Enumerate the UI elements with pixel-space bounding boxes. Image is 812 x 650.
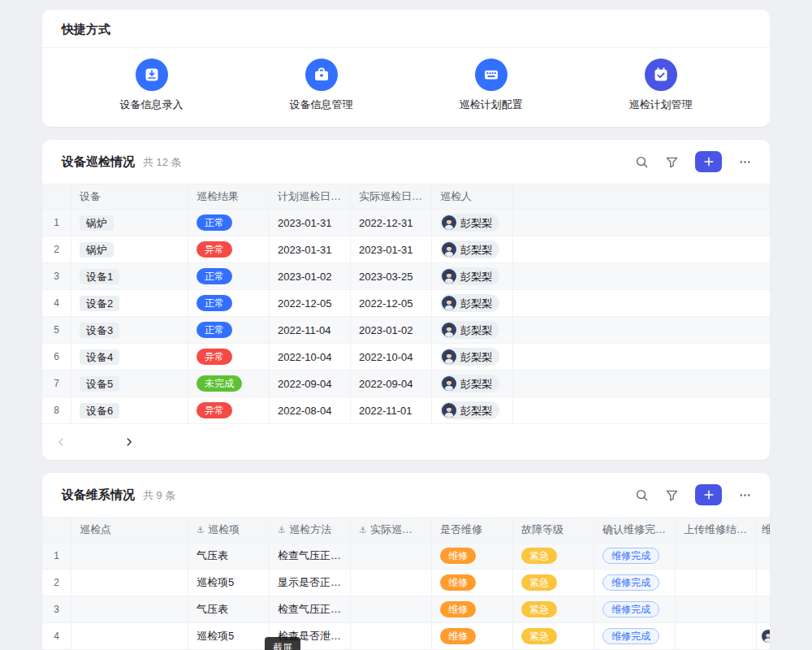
actual-date: 2022-11-01 bbox=[351, 397, 432, 423]
upload-cell bbox=[676, 570, 757, 596]
table-row[interactable]: 3 气压表 检查气压正… 维修 紧急 维修完成 bbox=[42, 596, 770, 623]
table-row[interactable]: 4 设备2 正常 2022-12-05 2022-12-05 bbox=[42, 290, 770, 317]
table-row[interactable]: 7 设备5 未完成 2022-09-04 2022-09-04 bbox=[42, 370, 770, 397]
column-header-result[interactable]: 巡检结果 bbox=[188, 184, 270, 209]
table-row[interactable]: 6 设备4 异常 2022-10-04 2022-10-04 bbox=[42, 344, 770, 370]
column-header-upload[interactable]: ⚓上传维修结… bbox=[676, 518, 757, 542]
inspection-card-header: 设备巡检情况共 12 条 bbox=[42, 140, 770, 184]
inspection-record-count: 共 12 条 bbox=[143, 156, 182, 168]
actual-cell bbox=[351, 570, 432, 596]
confirm-badge: 维修完成 bbox=[603, 574, 659, 591]
filter-icon[interactable] bbox=[665, 155, 679, 169]
avatar bbox=[442, 349, 456, 364]
column-header-device[interactable]: 设备 bbox=[71, 184, 188, 209]
planned-date: 2023-01-02 bbox=[270, 263, 351, 289]
column-header-item[interactable]: ⚓巡检项 bbox=[188, 518, 270, 542]
planned-date: 2023-01-31 bbox=[270, 210, 351, 236]
repair-badge: 维修 bbox=[440, 628, 476, 644]
inspector-chip: 彭梨梨 bbox=[440, 240, 499, 258]
column-header-inspector[interactable]: 巡检人 bbox=[432, 184, 513, 209]
row-number: 4 bbox=[42, 290, 71, 316]
actual-date: 2022-10-04 bbox=[351, 344, 432, 370]
maintenance-card-header: 设备维系情况共 9 条 bbox=[42, 473, 770, 517]
table-row[interactable]: 1 锅炉 正常 2023-01-31 2022-12-31 bbox=[42, 210, 770, 236]
result-badge: 正常 bbox=[197, 268, 232, 284]
shortcut-label: 设备信息管理 bbox=[290, 98, 353, 112]
table-row[interactable]: 8 设备6 异常 2022-08-04 2022-11-01 bbox=[42, 397, 770, 424]
column-header-repair[interactable]: ⚓是否维修 bbox=[432, 518, 513, 542]
device-entry-icon bbox=[136, 58, 168, 91]
column-header-fault-level[interactable]: ⚓故障等级 bbox=[513, 518, 594, 542]
inspector-name: 彭梨梨 bbox=[460, 271, 492, 283]
column-header-maintainer[interactable]: ⚓维 bbox=[757, 518, 770, 542]
shortcut-device-entry[interactable]: 设备信息录入 bbox=[99, 58, 205, 112]
next-page-button[interactable] bbox=[123, 436, 135, 448]
add-record-button[interactable] bbox=[695, 151, 722, 172]
inspector-name: 彭梨梨 bbox=[460, 378, 492, 390]
upload-cell bbox=[676, 596, 757, 622]
device-chip: 设备1 bbox=[80, 269, 119, 284]
maintenance-toolbar bbox=[635, 484, 752, 505]
column-header-actual[interactable]: ⚓实际巡… bbox=[351, 518, 432, 542]
column-header-confirm[interactable]: ⚓确认维修完… bbox=[594, 518, 676, 542]
search-icon[interactable] bbox=[635, 155, 649, 169]
table-row[interactable]: 2 锅炉 异常 2023-01-31 2023-01-31 bbox=[42, 236, 770, 263]
add-record-button[interactable] bbox=[695, 484, 722, 505]
item-cell: 巡检项5 bbox=[188, 570, 270, 596]
inspection-table-header: 设备 巡检结果 计划巡检日… 实际巡检日… 巡检人 bbox=[42, 184, 770, 210]
actual-date: 2023-03-25 bbox=[351, 263, 432, 289]
result-badge: 异常 bbox=[197, 402, 232, 418]
avatar bbox=[442, 269, 456, 284]
inspection-card: 设备巡检情况共 12 条 设备 巡检结果 计划巡检日… bbox=[42, 140, 770, 460]
column-header-point[interactable]: ⚓巡检点 bbox=[71, 518, 188, 542]
avatar bbox=[442, 376, 456, 391]
inspector-name: 彭梨梨 bbox=[460, 244, 492, 256]
item-cell: 气压表 bbox=[188, 596, 270, 622]
shortcuts-title: 快捷方式 bbox=[42, 10, 770, 48]
column-header-actual-date[interactable]: 实际巡检日… bbox=[351, 184, 432, 209]
device-chip: 设备6 bbox=[80, 403, 119, 418]
table-row[interactable]: 1 气压表 检查气压正… 维修 紧急 维修完成 bbox=[42, 543, 770, 570]
maintenance-table-header: ⚓巡检点 ⚓巡检项 ⚓巡检方法 ⚓实际巡… ⚓是否维修 ⚓故障等级 ⚓确认维修完… bbox=[42, 517, 770, 543]
inspector-chip: 彭梨梨 bbox=[440, 267, 499, 285]
row-number: 3 bbox=[42, 263, 71, 289]
page-number-button[interactable] bbox=[75, 434, 91, 450]
filter-icon[interactable] bbox=[665, 488, 679, 502]
row-number: 8 bbox=[42, 397, 71, 423]
more-icon[interactable] bbox=[738, 155, 752, 169]
device-chip: 锅炉 bbox=[80, 215, 114, 231]
table-row[interactable]: 5 设备3 正常 2022-11-04 2023-01-02 bbox=[42, 317, 770, 344]
inspector-chip: 彭梨梨 bbox=[440, 401, 499, 419]
shortcut-plan-manage[interactable]: 巡检计划管理 bbox=[608, 58, 714, 112]
avatar bbox=[442, 296, 456, 310]
actual-cell bbox=[351, 596, 432, 622]
fault-level-badge: 紧急 bbox=[521, 601, 557, 618]
inspector-chip: 彭梨梨 bbox=[440, 375, 499, 392]
row-number: 7 bbox=[42, 370, 71, 396]
column-header-method[interactable]: ⚓巡检方法 bbox=[270, 518, 351, 542]
shortcut-label: 巡检计划配置 bbox=[460, 98, 523, 112]
inspector-name: 彭梨梨 bbox=[460, 324, 492, 336]
screenshot-tooltip: 截屏 bbox=[265, 637, 300, 650]
fault-level-badge: 紧急 bbox=[521, 628, 557, 644]
shortcut-device-manage[interactable]: 设备信息管理 bbox=[269, 58, 374, 112]
more-icon[interactable] bbox=[738, 488, 752, 502]
prev-page-button[interactable] bbox=[55, 436, 67, 448]
inspector-name: 彭梨梨 bbox=[460, 217, 492, 229]
search-icon[interactable] bbox=[635, 488, 649, 502]
shortcuts-card: 快捷方式 设备信息录入 bbox=[42, 10, 770, 127]
table-row[interactable]: 4 巡检项5 检查是否泄… 维修 紧急 维修完成 bbox=[42, 623, 770, 650]
table-row[interactable]: 3 设备1 正常 2023-01-02 2023-03-25 bbox=[42, 263, 770, 290]
page-number-button[interactable] bbox=[99, 434, 115, 450]
inspection-table-body: 1 锅炉 正常 2023-01-31 2022-12-31 bbox=[42, 210, 770, 424]
upload-cell bbox=[676, 623, 757, 649]
repair-badge: 维修 bbox=[440, 601, 476, 618]
planned-date: 2022-09-04 bbox=[270, 370, 351, 396]
avatar bbox=[442, 242, 456, 257]
point-cell bbox=[71, 570, 188, 596]
table-row[interactable]: 2 巡检项5 显示是否正… 维修 紧急 维修完成 bbox=[42, 570, 770, 596]
shortcut-plan-config[interactable]: 巡检计划配置 bbox=[438, 58, 544, 112]
point-cell bbox=[71, 623, 188, 649]
column-header-planned-date[interactable]: 计划巡检日… bbox=[270, 184, 351, 209]
maintenance-card: 设备维系情况共 9 条 ⚓巡检点 ⚓巡检项 ⚓巡检方法 bbox=[42, 473, 770, 650]
